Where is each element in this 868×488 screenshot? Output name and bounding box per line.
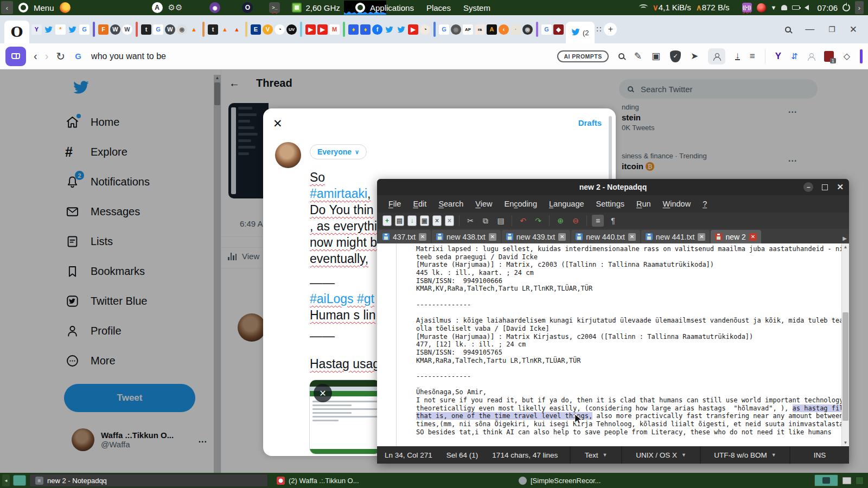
terminal-icon[interactable]: >_ [269,2,280,13]
system-menu[interactable]: System [463,3,490,12]
editor-tab-active[interactable]: new 2✕ [711,230,761,243]
tab-scroll-right-icon[interactable]: ▶ [843,235,847,241]
minimize-button[interactable]: – [803,182,813,192]
language-selector[interactable]: Text▼ [570,446,621,464]
cpu-frequency[interactable]: 2,60 GHz [305,3,340,12]
maximize-button[interactable] [822,184,828,190]
open-file-button[interactable]: ▤ [395,215,404,226]
browser-tab-favicon[interactable]: Y [31,24,42,35]
browser-tab-favicon[interactable]: ◆ [553,24,564,35]
address-input[interactable]: who you want to be [91,52,166,61]
applications-menu[interactable]: Applications [370,3,414,12]
browser-tab-favicon[interactable]: G [541,24,552,35]
tab-close-button[interactable]: ✕ [489,233,496,241]
reload-file-button[interactable]: ↓ [407,215,417,226]
browser-tab-favicon[interactable]: W [165,24,175,35]
volume-icon[interactable] [805,5,809,10]
tab-close-button[interactable]: ✕ [558,233,566,241]
eol-selector[interactable]: UNIX / OS X▼ [621,446,700,464]
firefox-icon[interactable] [60,2,71,13]
tab-close-button[interactable]: ✕ [698,233,705,241]
browser-tab-favicon[interactable]: ▲ [220,24,230,35]
browser-tab-favicon[interactable]: A [487,24,497,35]
scroll-up-icon[interactable]: ▲ [842,245,849,249]
editor-tab[interactable]: new 438.txt✕ [432,230,501,243]
scroll-down-icon[interactable]: ▼ [842,440,849,445]
workspace-switcher[interactable] [814,474,838,486]
fan-tray-icon[interactable]: ▼ [771,4,777,11]
modal-scrollbar-thumb[interactable] [609,116,612,187]
new-tab-button[interactable]: + [604,23,617,36]
wifi-icon[interactable] [639,4,648,11]
taskbar-item-opera[interactable]: (2) Waffa .:.Tikkun O... [271,474,510,487]
browser-tab-favicon[interactable]: ♦ [348,24,359,35]
power-icon[interactable] [843,4,850,11]
browser-tab-favicon[interactable]: · [510,24,521,35]
browser-tab-favicon[interactable]: ‹ [499,24,509,35]
opera-tray-icon[interactable]: O [242,2,253,13]
reload-button[interactable]: ↻ [56,50,65,63]
taskbar-item-recorder[interactable]: [SimpleScreenRecor... [513,474,752,487]
browser-tab-favicon[interactable]: V [263,24,273,35]
paste-button[interactable]: ▤ [495,215,507,227]
encoding-selector[interactable]: UTF-8 w/o BOM▼ [700,446,789,464]
notifications-bell-icon[interactable] [781,5,787,10]
audience-selector[interactable]: Everyone ∨ [310,144,367,159]
menu-language[interactable]: Language [543,200,590,208]
share-icon[interactable]: ✎ [634,50,642,62]
find-in-page-icon[interactable] [618,53,624,59]
browser-tab-favicon[interactable]: ◉ [522,24,533,35]
tab-close-button[interactable]: ✕ [628,233,636,241]
close-all-button[interactable]: × [445,215,454,226]
menu-window[interactable]: Window [657,200,697,208]
back-button[interactable]: ‹ [34,50,37,62]
battery-icon[interactable] [792,5,800,10]
browser-tab-favicon[interactable]: M [329,24,340,35]
gears-icon[interactable]: ⚙⚙ [168,3,183,12]
tab-search-icon[interactable] [785,27,791,33]
window-maximize-button[interactable]: ❐ [828,25,835,34]
tab-grid-icon[interactable]: ∷ [597,25,602,34]
editor-tab[interactable]: new 439.txt✕ [502,230,571,243]
close-icon[interactable]: ✕ [273,117,283,130]
browser-tab-favicon[interactable]: W [110,24,120,35]
send-to-device-icon[interactable]: ➤ [691,50,698,62]
trash-applet-icon[interactable] [856,477,864,485]
browser-tab-favicon[interactable]: ▲ [232,24,242,35]
tor-browser-icon[interactable]: ◉ [209,2,220,13]
save-button[interactable]: ▣ [420,215,429,226]
browser-tab-favicon[interactable]: G [79,24,90,35]
menu-settings[interactable]: Settings [590,200,630,208]
window-list-icon[interactable] [843,477,851,484]
editor-scrollbar[interactable]: ▲ ▼ [841,243,849,446]
browser-tab-favicon[interactable]: ▶ [305,24,316,35]
redo-button[interactable]: ↷ [532,215,544,227]
panel-collapse-left-button[interactable]: ‹ [1,1,13,14]
browser-tab-favicon[interactable]: G [439,24,449,35]
editor-area[interactable]: 17Matrixi lapsed : lugu sellest, kuidas … [377,243,849,446]
notepadqq-title-bar[interactable]: new 2 - Notepadqq – ✕ [377,179,849,195]
zoom-out-button[interactable]: ⊖ [570,215,582,227]
browser-tab-favicon[interactable]: E [251,24,261,35]
menu-run[interactable]: Run [630,200,657,208]
browser-tab-favicon[interactable]: ◉ [177,24,187,35]
tab-close-button[interactable]: ✕ [419,233,426,241]
browser-tab-favicon[interactable]: ◔ [420,24,430,35]
remove-attachment-button[interactable]: ✕ [314,384,332,402]
browser-tab-favicon[interactable]: G [153,24,163,35]
menu-file[interactable]: File [382,200,407,208]
browser-tab-favicon[interactable]: ◉ [451,24,461,35]
snapshot-camera-icon[interactable]: ▣ [652,50,660,62]
menu-help[interactable]: ? [697,200,713,208]
browser-tab-favicon[interactable]: AP [463,24,473,35]
active-browser-tab[interactable]: (2 [566,22,595,43]
places-menu[interactable]: Places [426,3,451,12]
twitter-tab-favicon[interactable] [43,24,54,35]
recorder-tray-icon[interactable] [757,3,766,12]
twitter-tab-favicon[interactable] [396,24,406,35]
show-desktop-button[interactable] [13,475,26,486]
cube-extension-icon[interactable]: ◇ [844,51,850,61]
search-tool-icon[interactable]: A [152,2,163,13]
downloads-icon[interactable]: ↓ [735,53,740,60]
window-minimize-button[interactable]: — [805,24,814,35]
